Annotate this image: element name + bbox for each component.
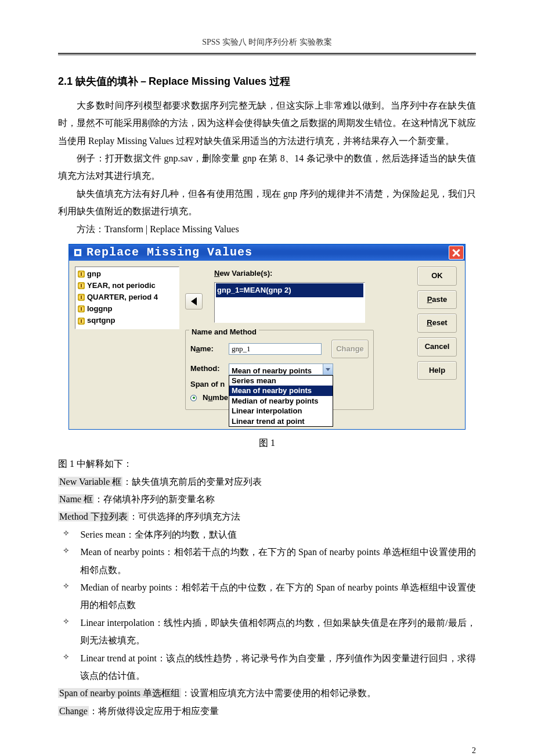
dropdown-option[interactable]: Linear trend at point [229, 416, 333, 427]
method-combo[interactable]: Mean of nearby points Series mean Mean o… [229, 363, 333, 375]
span-label: Span of n [190, 377, 226, 392]
dropdown-option[interactable]: Linear interpolation [229, 406, 333, 416]
list-item-label: loggnp [87, 303, 112, 315]
help-button[interactable]: Help [417, 361, 457, 380]
list-item: Series mean：全体序列的均数，默认值 [58, 526, 476, 543]
ok-button[interactable]: OK [417, 267, 457, 286]
header-rule [58, 53, 476, 55]
body-paragraph: 大多数时间序列模型都要求数据序列完整无缺，但这实际上非常难以做到。当序列中存在缺… [58, 97, 476, 150]
list-item: Mean of nearby points：相邻若干点的均数，在下方的 Span… [58, 543, 476, 579]
variable-icon [78, 294, 85, 301]
name-method-group: Name and Method Name: Change Method: Mea… [185, 330, 374, 411]
body-paragraph: 方法：Transform | Replace Missing Values [58, 221, 476, 238]
list-item[interactable]: loggnp [78, 303, 176, 315]
explain-line: Span of nearby points 单选框组：设置相应填充方法中需要使用… [58, 685, 476, 702]
section-title: 2.1 缺失值的填补－Replace Missing Values 过程 [58, 71, 476, 91]
dropdown-option[interactable]: Median of nearby points [229, 396, 333, 406]
explanation-block: 图 1 中解释如下： New Variable 框：缺失值填充前后的变量对应列表… [58, 455, 476, 720]
group-legend: Name and Method [189, 325, 259, 340]
variable-icon [78, 271, 85, 278]
combo-value: Mean of nearby points [229, 364, 323, 375]
name-input[interactable] [229, 343, 322, 355]
dialog-window: Replace Missing Values gnp YEAR, not per… [68, 244, 466, 430]
reset-button[interactable]: Reset [417, 314, 457, 333]
radio-selected-icon[interactable] [190, 395, 197, 401]
page-number: 2 [58, 743, 476, 756]
change-button[interactable]: Change [331, 340, 369, 359]
list-item[interactable]: sqrtgnp [78, 315, 176, 326]
dropdown-option[interactable]: Series mean [229, 376, 333, 386]
list-item-label: sqrtgnp [87, 315, 115, 326]
list-item[interactable]: gnp [78, 268, 176, 280]
name-label: Name: [190, 342, 225, 357]
number-label: Numbe [203, 391, 228, 405]
list-item[interactable]: QUARTER, period 4 [78, 291, 176, 303]
chevron-down-icon[interactable] [323, 364, 333, 375]
variable-list[interactable]: gnp YEAR, not periodic QUARTER, period 4… [75, 267, 179, 329]
dropdown-option[interactable]: Mean of nearby points [229, 386, 333, 396]
method-bullet-list: Series mean：全体序列的均数，默认值 Mean of nearby p… [58, 526, 476, 685]
close-icon[interactable] [449, 246, 464, 260]
cancel-button[interactable]: Cancel [417, 337, 457, 357]
list-item: Linear interpolation：线性内插，即缺失值相邻两点的均数，但如… [58, 614, 476, 650]
variable-icon [78, 282, 85, 289]
explain-line: New Variable 框：缺失值填充前后的变量对应列表 [58, 473, 476, 491]
dialog-button-column: OK Paste Reset Cancel Help [417, 267, 460, 424]
triangle-left-icon [191, 297, 197, 305]
figure-caption: 图 1 [58, 434, 476, 452]
list-item-label: QUARTER, period 4 [87, 291, 158, 303]
paste-button[interactable]: Paste [417, 290, 457, 309]
variable-icon [78, 318, 85, 325]
list-item-label: gnp [87, 268, 101, 280]
page-header: SPSS 实验八 时间序列分析 实验教案 [58, 35, 476, 51]
list-item[interactable]: gnp_1=MEAN(gnp 2) [216, 283, 363, 298]
body-paragraph: 例子：打开数据文件 gnp.sav，删除变量 gnp 在第 8、14 条记录中的… [58, 150, 476, 185]
new-variable-label: New Variable(s): [214, 267, 417, 281]
list-item: Linear trend at point：该点的线性趋势，将记录号作为自变量，… [58, 650, 476, 685]
list-item: Median of nearby points：相邻若干点的中位数，在下方的 S… [58, 579, 476, 614]
list-item-label: YEAR, not periodic [87, 280, 156, 291]
new-variable-list[interactable]: gnp_1=MEAN(gnp 2) [214, 282, 365, 323]
body-paragraph: 缺失值填充方法有好几种，但各有使用范围，现在 gnp 序列的规律并不清楚，为保险… [58, 185, 476, 221]
variable-icon [78, 305, 85, 312]
explain-line: Change：将所做得设定应用于相应变量 [58, 703, 476, 720]
app-icon [74, 249, 82, 257]
explain-line: Name 框：存储填补序列的新变量名称 [58, 491, 476, 508]
list-item[interactable]: YEAR, not periodic [78, 280, 176, 291]
move-left-button[interactable] [185, 293, 203, 309]
explain-line: Method 下拉列表：可供选择的序列填充方法 [58, 508, 476, 525]
method-dropdown[interactable]: Series mean Mean of nearby points Median… [229, 375, 333, 427]
explain-intro: 图 1 中解释如下： [58, 455, 476, 473]
dialog-titlebar: Replace Missing Values [69, 244, 465, 261]
method-label: Method: [190, 362, 225, 376]
